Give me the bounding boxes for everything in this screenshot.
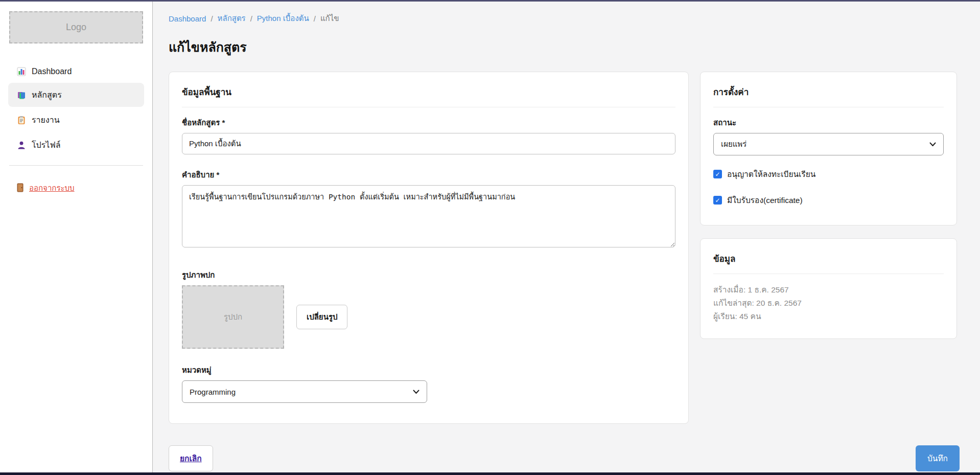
card-divider [713,107,944,107]
category-select[interactable]: Programming [182,380,427,403]
status-selected-value: เผยแพร่ [721,138,746,150]
last-modified-text: แก้ไขล่าสุด: 20 ธ.ค. 2567 [713,297,944,310]
settings-card: การตั้งค่า สถานะ เผยแพร่ ✓ อนุญาตให้ลงทะ… [700,72,957,225]
breadcrumb-separator: / [314,14,316,23]
course-name-input[interactable] [182,133,675,154]
basic-info-card: ข้อมูลพื้นฐาน ชื่อหลักสูตร * คำอธิบาย * … [169,72,689,424]
person-icon [16,140,26,150]
bar-chart-icon [16,66,26,76]
breadcrumb-current: แก้ไข [320,12,339,25]
sidebar-item-dashboard[interactable]: Dashboard [8,61,144,82]
right-column: การตั้งค่า สถานะ เผยแพร่ ✓ อนุญาตให้ลงทะ… [700,72,957,339]
clipboard-icon [16,115,26,125]
cover-row: รูปปก เปลี่ยนรูป [182,285,675,349]
breadcrumb: Dashboard / หลักสูตร / Python เบื้องต้น … [169,12,960,25]
checkbox-checked-icon[interactable]: ✓ [713,170,722,178]
sidebar-item-profile[interactable]: โปรไฟล์ [8,133,144,157]
sidebar-item-label: รายงาน [32,114,60,126]
logo-placeholder: Logo [9,11,143,43]
sidebar-divider [9,165,143,166]
sidebar-item-courses[interactable]: หลักสูตร [8,83,144,107]
sidebar-item-label: หลักสูตร [32,88,62,101]
chevron-down-icon [413,390,419,394]
main-content: Dashboard / หลักสูตร / Python เบื้องต้น … [153,0,980,475]
certificate-checkbox-row[interactable]: ✓ มีใบรับรอง(certificate) [713,194,944,207]
status-select[interactable]: เผยแพร่ [713,133,944,155]
certificate-label: มีใบรับรอง(certificate) [727,194,803,207]
window-top-accent-bar [0,0,980,2]
logo-text: Logo [66,22,86,33]
form-actions: ยกเลิก บันทึก [169,445,960,471]
card-divider [182,107,675,107]
cancel-button[interactable]: ยกเลิก [169,445,213,471]
allow-enrollment-checkbox-row[interactable]: ✓ อนุญาตให้ลงทะเบียนเรียน [713,168,944,180]
settings-title: การตั้งค่า [713,85,944,99]
created-date-text: สร้างเมื่อ: 1 ธ.ค. 2567 [713,283,944,297]
save-button[interactable]: บันทึก [916,445,960,471]
page-title: แก้ไขหลักสูตร [169,37,960,57]
logout-label: ออกจากระบบ [29,182,75,194]
books-icon [16,90,26,100]
cover-placeholder-text: รูปปก [224,311,242,323]
breadcrumb-separator: / [250,14,252,23]
description-textarea[interactable]: เรียนรู้พื้นฐานการเขียนโปรแกรมด้วยภาษา P… [182,185,675,247]
info-title: ข้อมูล [713,252,944,265]
card-divider [713,274,944,274]
app-root: Logo Dashboard หลักสูตร รายงาน [0,0,980,475]
sidebar-nav: Dashboard หลักสูตร รายงาน โปรไฟล์ [8,61,144,157]
checkbox-checked-icon[interactable]: ✓ [713,196,722,205]
info-lines: สร้างเมื่อ: 1 ธ.ค. 2567 แก้ไขล่าสุด: 20 … [713,283,944,323]
allow-enrollment-label: อนุญาตให้ลงทะเบียนเรียน [727,168,815,180]
basic-info-title: ข้อมูลพื้นฐาน [182,85,675,99]
sidebar-item-label: Dashboard [32,67,72,76]
breadcrumb-separator: / [211,14,213,23]
status-label: สถานะ [713,117,944,129]
sidebar-item-reports[interactable]: รายงาน [8,108,144,132]
description-label: คำอธิบาย * [182,169,675,181]
category-label: หมวดหมู่ [182,364,675,376]
course-name-label: ชื่อหลักสูตร * [182,117,675,129]
door-icon [16,183,24,194]
window-bottom-bar [0,472,980,475]
content-row: ข้อมูลพื้นฐาน ชื่อหลักสูตร * คำอธิบาย * … [169,72,960,424]
cover-image-label: รูปภาพปก [182,269,675,281]
chevron-down-icon [929,142,936,147]
breadcrumb-link-course[interactable]: Python เบื้องต้น [257,12,309,25]
student-count-text: ผู้เรียน: 45 คน [713,310,944,323]
cover-image-placeholder: รูปปก [182,285,284,349]
breadcrumb-link-courses[interactable]: หลักสูตร [218,12,246,25]
sidebar-item-label: โปรไฟล์ [32,139,61,151]
sidebar: Logo Dashboard หลักสูตร รายงาน [0,0,153,475]
change-image-button[interactable]: เปลี่ยนรูป [296,305,347,329]
logout-link[interactable]: ออกจากระบบ [8,177,144,199]
breadcrumb-link-dashboard[interactable]: Dashboard [169,14,206,23]
info-card: ข้อมูล สร้างเมื่อ: 1 ธ.ค. 2567 แก้ไขล่าส… [700,238,957,339]
category-selected-value: Programming [190,388,236,396]
